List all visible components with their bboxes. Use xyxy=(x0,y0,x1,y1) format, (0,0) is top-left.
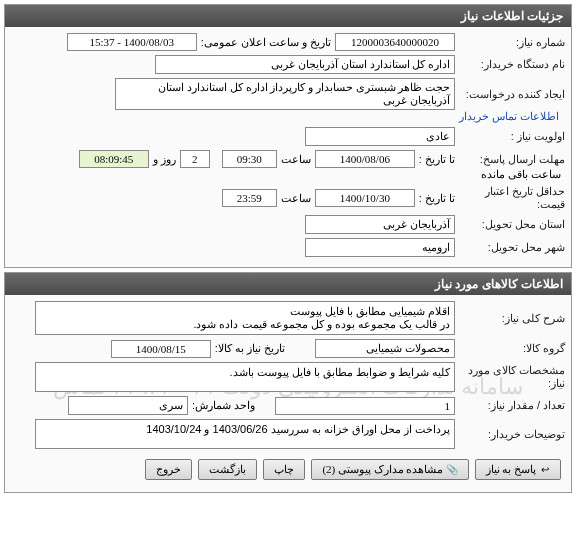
validity-time-field: 23:59 xyxy=(222,189,277,207)
need-details-panel: جزئیات اطلاعات نیاز شماره نیاز: 12000036… xyxy=(4,4,572,268)
buyer-note-field: پرداخت از محل اوراق خزانه به سررسید 1403… xyxy=(35,419,455,449)
deadline-label: مهلت ارسال پاسخ: xyxy=(455,153,565,166)
respond-button-label: پاسخ به نیاز xyxy=(486,463,537,476)
spec-label: مشخصات کالای مورد نیاز: xyxy=(455,364,565,390)
desc-field: اقلام شیمیایی مطابق با فایل پیوست در قال… xyxy=(35,301,455,335)
group-field: محصولات شیمیایی xyxy=(315,339,455,358)
buyer-note-label: توضیحات خریدار: xyxy=(455,428,565,441)
exit-button[interactable]: خروج xyxy=(145,459,192,480)
reply-icon: ↩ xyxy=(540,465,550,475)
panel1-title: جزئیات اطلاعات نیاز xyxy=(5,5,571,27)
creator-field: حجت ظاهر شبستری حسابدار و کارپرداز اداره… xyxy=(115,78,455,110)
attachment-icon: 📎 xyxy=(448,465,458,475)
time-label-2: ساعت xyxy=(281,192,311,205)
attachments-button-label: مشاهده مدارک پیوستی (2) xyxy=(322,463,443,476)
respond-button[interactable]: ↩ پاسخ به نیاز xyxy=(475,459,562,480)
province-label: استان محل تحویل: xyxy=(455,218,565,231)
items-panel: اطلاعات کالاهای مورد نیاز سامانه تدارکات… xyxy=(4,272,572,493)
validity-label: حداقل تاریخ اعتبار قیمت: xyxy=(455,185,565,211)
qty-field: 1 xyxy=(275,397,455,415)
unit-field: سری xyxy=(68,396,188,415)
print-button-label: چاپ xyxy=(274,463,294,476)
remaining-label: ساعت باقی مانده xyxy=(481,168,561,181)
to-date-label-1: تا تاریخ : xyxy=(419,153,455,166)
spec-field: کلیه شرایط و ضوابط مطابق با فایل پیوست ب… xyxy=(35,362,455,392)
creator-label: ایجاد کننده درخواست: xyxy=(455,88,565,101)
time-label-1: ساعت xyxy=(281,153,311,166)
to-date-label-2: تا تاریخ : xyxy=(419,192,455,205)
need-date-label: تاریخ نیاز به کالا: xyxy=(215,342,285,355)
need-no-label: شماره نیاز: xyxy=(455,36,565,49)
buyer-field: اداره کل استاندارد استان آذربایجان غربی xyxy=(155,55,455,74)
unit-label: واحد شمارش: xyxy=(192,399,255,412)
desc-label: شرح کلی نیاز: xyxy=(455,312,565,325)
exit-button-label: خروج xyxy=(156,463,181,476)
city-field: ارومیه xyxy=(305,238,455,257)
group-label: گروه کالا: xyxy=(455,342,565,355)
deadline-time-field: 09:30 xyxy=(222,150,277,168)
priority-label: اولویت نیاز : xyxy=(455,130,565,143)
announce-field: 1400/08/03 - 15:37 xyxy=(67,33,197,51)
need-no-field: 1200003640000020 xyxy=(335,33,455,51)
priority-field: عادی xyxy=(305,127,455,146)
buyer-label: نام دستگاه خریدار: xyxy=(455,58,565,71)
print-button[interactable]: چاپ xyxy=(263,459,305,480)
days-field: 2 xyxy=(180,150,210,168)
attachments-button[interactable]: 📎 مشاهده مدارک پیوستی (2) xyxy=(311,459,468,480)
panel2-title: اطلاعات کالاهای مورد نیاز xyxy=(5,273,571,295)
need-date-field: 1400/08/15 xyxy=(111,340,211,358)
back-button[interactable]: بازگشت xyxy=(198,459,257,480)
remaining-time-field: 08:09:45 xyxy=(79,150,149,168)
city-label: شهر محل تحویل: xyxy=(455,241,565,254)
back-button-label: بازگشت xyxy=(209,463,246,476)
days-label: روز و xyxy=(153,153,176,166)
action-bar: ↩ پاسخ به نیاز 📎 مشاهده مدارک پیوستی (2)… xyxy=(11,453,565,486)
validity-date-field: 1400/10/30 xyxy=(315,189,415,207)
province-field: آذربایجان غربی xyxy=(305,215,455,234)
deadline-date-field: 1400/08/06 xyxy=(315,150,415,168)
announce-label: تاریخ و ساعت اعلان عمومی: xyxy=(201,36,331,49)
qty-label: تعداد / مقدار نیاز: xyxy=(455,399,565,412)
contact-link[interactable]: اطلاعات تماس خریدار xyxy=(459,110,559,123)
